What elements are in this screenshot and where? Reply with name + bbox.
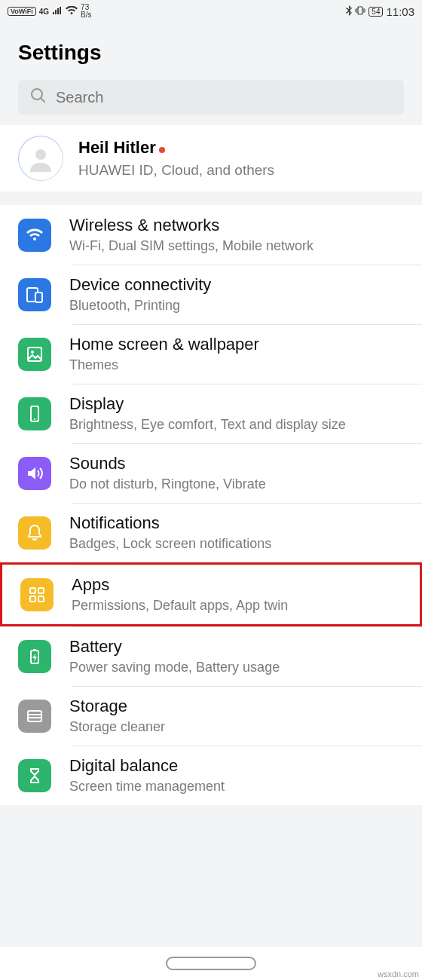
bluetooth-icon — [346, 5, 352, 18]
setting-item-battery[interactable]: BatteryPower saving mode, Battery usage — [0, 626, 422, 686]
setting-text: BatteryPower saving mode, Battery usage — [69, 637, 414, 675]
setting-item-home[interactable]: Home screen & wallpaperThemes — [0, 324, 422, 384]
setting-title: Home screen & wallpaper — [69, 335, 414, 354]
search-input[interactable] — [56, 89, 392, 106]
wifi-icon — [66, 5, 78, 17]
setting-title: Battery — [69, 637, 414, 657]
watermark: wsxdn.com — [378, 969, 419, 978]
wifi-icon — [18, 219, 51, 252]
svg-rect-10 — [38, 588, 44, 593]
setting-text: DisplayBrightness, Eye comfort, Text and… — [69, 394, 414, 433]
page-title: Settings — [0, 23, 422, 80]
setting-text: AppsPermissions, Default apps, App twin — [72, 575, 412, 614]
setting-text: SoundsDo not disturb, Ringtone, Vibrate — [69, 454, 414, 492]
setting-text: Device connectivityBluetooth, Printing — [69, 275, 414, 314]
nav-pill-icon[interactable] — [166, 957, 256, 970]
setting-sub: Storage cleaner — [69, 719, 414, 735]
svg-rect-12 — [38, 596, 44, 602]
setting-title: Display — [69, 394, 414, 414]
setting-title: Apps — [72, 575, 412, 595]
battery-indicator: 54 — [368, 7, 383, 17]
search-icon — [30, 87, 47, 107]
apps-icon — [20, 578, 54, 611]
setting-sub: Bluetooth, Printing — [69, 298, 414, 314]
clock: 11:03 — [386, 5, 414, 18]
status-left: VoWiFi 4G 73 B/s — [8, 4, 92, 19]
setting-sub: Wi-Fi, Dual SIM settings, Mobile network — [69, 238, 414, 254]
account-text: Heil Hitler HUAWEI ID, Cloud, and others — [78, 138, 274, 179]
setting-title: Device connectivity — [69, 275, 414, 295]
setting-text: Home screen & wallpaperThemes — [69, 335, 414, 373]
setting-text: StorageStorage cleaner — [69, 697, 414, 735]
status-right: 54 11:03 — [346, 5, 414, 18]
display-icon — [18, 397, 51, 430]
bell-icon — [18, 516, 51, 550]
svg-rect-0 — [358, 7, 362, 14]
navigation-bar[interactable] — [0, 947, 422, 980]
setting-item-notifications[interactable]: NotificationsBadges, Lock screen notific… — [0, 503, 422, 562]
setting-sub: Badges, Lock screen notifications — [69, 536, 414, 552]
setting-text: Wireless & networksWi-Fi, Dual SIM setti… — [69, 216, 414, 254]
setting-text: Digital balanceScreen time management — [69, 756, 414, 795]
network-type-icon: 4G — [39, 8, 49, 16]
svg-rect-4 — [35, 292, 42, 302]
setting-item-storage[interactable]: StorageStorage cleaner — [0, 686, 422, 746]
sound-icon — [18, 457, 51, 490]
setting-item-apps[interactable]: AppsPermissions, Default apps, App twin — [0, 562, 422, 626]
svg-point-6 — [31, 351, 34, 354]
setting-title: Sounds — [69, 454, 414, 473]
svg-rect-5 — [28, 348, 41, 361]
setting-title: Wireless & networks — [69, 216, 414, 235]
notification-dot-icon — [159, 147, 165, 153]
settings-list: Wireless & networksWi-Fi, Dual SIM setti… — [0, 205, 422, 805]
svg-point-8 — [34, 418, 35, 420]
setting-sub: Brightness, Eye comfort, Text and displa… — [69, 417, 414, 433]
account-sub: HUAWEI ID, Cloud, and others — [78, 162, 274, 179]
search-box[interactable] — [18, 80, 404, 115]
setting-sub: Permissions, Default apps, App twin — [72, 598, 412, 614]
setting-sub: Power saving mode, Battery usage — [69, 660, 414, 675]
setting-item-display[interactable]: DisplayBrightness, Eye comfort, Text and… — [0, 384, 422, 443]
account-name: Heil Hitler — [78, 138, 156, 157]
setting-item-sounds[interactable]: SoundsDo not disturb, Ringtone, Vibrate — [0, 443, 422, 503]
svg-point-2 — [35, 149, 46, 160]
vibrate-icon — [355, 5, 365, 18]
setting-sub: Themes — [69, 357, 414, 373]
setting-text: NotificationsBadges, Lock screen notific… — [69, 513, 414, 552]
signal-icon — [52, 5, 63, 17]
svg-rect-14 — [33, 649, 36, 651]
svg-rect-9 — [30, 588, 35, 593]
device-icon — [18, 278, 51, 311]
setting-title: Digital balance — [69, 756, 414, 776]
vowifi-badge: VoWiFi — [8, 7, 36, 16]
setting-sub: Screen time management — [69, 779, 414, 795]
svg-rect-15 — [28, 711, 41, 721]
battery-icon — [18, 640, 51, 673]
setting-item-digital[interactable]: Digital balanceScreen time management — [0, 746, 422, 805]
status-bar: VoWiFi 4G 73 B/s 54 11:03 — [0, 0, 422, 23]
svg-rect-11 — [30, 596, 35, 602]
network-speed: 73 B/s — [81, 4, 91, 19]
image-icon — [18, 338, 51, 371]
avatar — [18, 136, 63, 181]
setting-item-wireless[interactable]: Wireless & networksWi-Fi, Dual SIM setti… — [0, 205, 422, 265]
setting-item-device[interactable]: Device connectivityBluetooth, Printing — [0, 265, 422, 324]
account-row[interactable]: Heil Hitler HUAWEI ID, Cloud, and others — [0, 125, 422, 191]
setting-title: Storage — [69, 697, 414, 716]
setting-sub: Do not disturb, Ringtone, Vibrate — [69, 476, 414, 492]
setting-title: Notifications — [69, 513, 414, 533]
hourglass-icon — [18, 759, 51, 792]
storage-icon — [18, 700, 51, 733]
